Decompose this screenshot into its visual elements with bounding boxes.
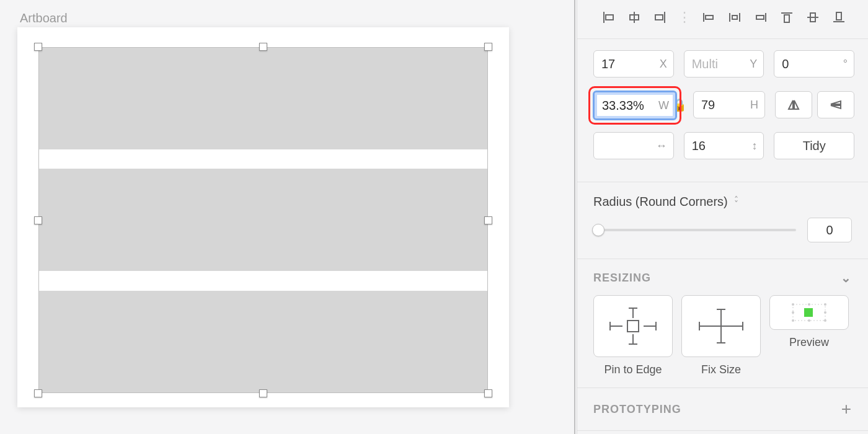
artboard-label: Artboard: [20, 11, 68, 25]
rotation-suffix: °: [843, 58, 848, 71]
radius-section: Radius (Round Corners) ˄˅ 0: [577, 182, 868, 259]
height-value: 79: [701, 98, 715, 112]
resize-handle-nw[interactable]: [34, 43, 42, 51]
selection-bounds: [38, 47, 488, 393]
align-right-button[interactable]: [650, 7, 670, 27]
y-suffix: Y: [750, 58, 757, 71]
radius-stepper-icon[interactable]: ˄˅: [734, 198, 738, 206]
svg-rect-5: [655, 15, 663, 20]
v-spacing-value: 16: [692, 139, 706, 153]
svg-point-36: [792, 303, 794, 306]
inspector-panel: ⋮ 17 X Multi Y 0 °: [577, 0, 868, 434]
resizing-header: RESIZING: [593, 272, 651, 285]
svg-rect-7: [706, 16, 713, 19]
distribute-hright-button[interactable]: [751, 7, 771, 27]
fix-size-label: Fix Size: [681, 363, 761, 376]
rotation-input[interactable]: 0 °: [774, 50, 854, 78]
transform-section: 17 X Multi Y 0 ° 33.33% W: [577, 39, 868, 182]
radius-slider[interactable]: [593, 229, 796, 231]
align-left-button[interactable]: [598, 7, 618, 27]
preview-label: Preview: [769, 336, 849, 349]
resize-handle-se[interactable]: [484, 389, 492, 397]
distribute-hleft-button[interactable]: [699, 7, 719, 27]
align-vcenter-button[interactable]: [803, 7, 823, 27]
resize-handle-sw[interactable]: [34, 389, 42, 397]
artboard[interactable]: [17, 27, 509, 407]
pin-to-edge-label: Pin to Edge: [593, 363, 673, 376]
svg-point-41: [808, 319, 810, 322]
x-suffix: X: [660, 58, 667, 71]
x-value: 17: [601, 57, 615, 71]
svg-rect-27: [627, 321, 639, 332]
panel-divider: [574, 0, 575, 434]
canvas-area[interactable]: Artboard: [0, 0, 570, 434]
horizontal-spacing-input[interactable]: ↔: [593, 132, 674, 159]
radius-slider-thumb[interactable]: [592, 224, 604, 236]
alignment-toolbar: ⋮: [577, 0, 868, 39]
prototyping-section: PROTOTYPING +: [577, 388, 868, 431]
resizing-section: RESIZING ⌄ Pin to Edge: [577, 259, 868, 388]
svg-rect-14: [784, 15, 789, 22]
width-input-callout: 33.33% W: [588, 86, 681, 125]
rotation-value: 0: [782, 57, 789, 71]
width-input[interactable]: 33.33% W: [593, 91, 677, 120]
svg-rect-18: [836, 12, 841, 20]
distribute-hcenter-button[interactable]: [725, 7, 745, 27]
svg-point-42: [792, 311, 794, 314]
align-hcenter-button[interactable]: [624, 7, 644, 27]
svg-point-39: [824, 319, 826, 322]
flip-horizontal-button[interactable]: [775, 91, 812, 118]
svg-rect-1: [606, 15, 613, 20]
resizing-preview[interactable]: [769, 295, 849, 330]
vertical-spacing-input[interactable]: 16 ↕: [684, 132, 764, 159]
fix-size-control[interactable]: [681, 295, 761, 357]
svg-point-37: [824, 303, 826, 306]
x-input[interactable]: 17 X: [593, 50, 674, 78]
flip-vertical-button[interactable]: [817, 91, 854, 118]
prototyping-header: PROTOTYPING: [593, 403, 681, 416]
resize-handle-e[interactable]: [484, 216, 492, 224]
resize-handle-n[interactable]: [259, 43, 267, 51]
resize-handle-s[interactable]: [259, 389, 267, 397]
svg-point-43: [824, 311, 826, 314]
chevron-down-icon[interactable]: ⌄: [841, 270, 852, 285]
svg-point-38: [792, 319, 794, 322]
toolbar-separator: ⋮: [676, 9, 693, 25]
width-suffix: W: [658, 99, 669, 112]
radius-input[interactable]: 0: [807, 218, 852, 242]
fix-position-row: Fix position when scrolling: [577, 431, 868, 434]
y-placeholder: Multi: [692, 57, 718, 71]
svg-rect-35: [804, 308, 813, 317]
tidy-button[interactable]: Tidy: [774, 132, 854, 159]
svg-rect-10: [732, 16, 737, 19]
svg-rect-12: [756, 16, 764, 19]
pin-to-edge-control[interactable]: [593, 295, 673, 357]
height-input[interactable]: 79 H: [693, 91, 765, 118]
resize-handle-ne[interactable]: [484, 43, 492, 51]
align-top-button[interactable]: [777, 7, 797, 27]
align-bottom-button[interactable]: [829, 7, 849, 27]
resize-v-icon: ↕: [751, 140, 757, 153]
y-input[interactable]: Multi Y: [684, 50, 764, 78]
resize-handle-w[interactable]: [34, 216, 42, 224]
width-value: 33.33%: [602, 99, 644, 113]
svg-point-40: [808, 303, 810, 306]
height-suffix: H: [750, 99, 758, 112]
radius-label: Radius (Round Corners): [593, 195, 728, 209]
resize-h-icon: ↔: [656, 140, 667, 153]
lock-aspect-icon[interactable]: 🔒: [671, 97, 687, 112]
add-prototype-button[interactable]: +: [841, 399, 852, 419]
